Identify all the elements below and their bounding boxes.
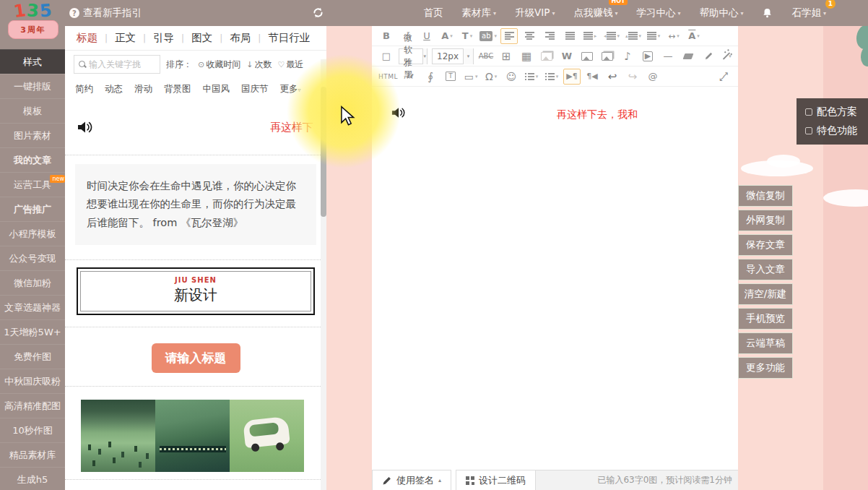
clear-new-button[interactable]: 清空/新建 xyxy=(738,283,793,305)
sidebar-item-free-design[interactable]: 免费作图 xyxy=(0,344,65,369)
tag-simple[interactable]: 简约 xyxy=(75,83,93,95)
horizontal-rule-button[interactable]: — xyxy=(659,48,677,64)
sidebar-item-premium-library[interactable]: 精品素材库 xyxy=(0,442,65,467)
text-style-button[interactable]: T▾ xyxy=(459,28,476,44)
ordered-list-button[interactable]: ▾ xyxy=(523,69,540,85)
new-document-button[interactable]: □ xyxy=(378,48,395,64)
site-logo[interactable]: 135 3周年 xyxy=(4,1,62,48)
redo-button[interactable]: ↪ xyxy=(624,69,641,85)
sidebar-item-miniprogram-template[interactable]: 小程序模板 xyxy=(0,221,65,246)
bell-icon[interactable] xyxy=(762,7,773,19)
text-direction-button[interactable]: A▾ xyxy=(685,28,703,44)
blockquote-button[interactable]: “ xyxy=(402,69,419,85)
unordered-list-button[interactable]: ▾ xyxy=(543,69,560,85)
highlight-button[interactable]: ab▾ xyxy=(479,28,498,44)
table-image-button[interactable]: ▦ xyxy=(518,48,535,64)
style-item-numbered-heading[interactable]: 1 第一标题 xyxy=(65,480,326,490)
insert-music-button[interactable]: ♪ xyxy=(619,48,636,64)
outdent-button[interactable]: ◂▾ xyxy=(602,28,620,44)
align-right-button[interactable] xyxy=(541,28,558,44)
nav-upgrade-vip[interactable]: 升级VIP▾ xyxy=(515,7,555,20)
sort-by-count[interactable]: ↓次数 xyxy=(246,59,272,71)
search-replace-button[interactable]: @ xyxy=(644,69,661,85)
refresh-icon[interactable] xyxy=(312,7,324,19)
more-features-button[interactable]: 更多功能 xyxy=(738,357,793,379)
sidebar-item-one-click-layout[interactable]: 一键排版 xyxy=(0,74,65,98)
sidebar-item-operation-tools[interactable]: 运营工具 new xyxy=(0,172,65,197)
special-char-button[interactable]: Ω▾ xyxy=(482,69,500,85)
use-signature-button[interactable]: 使用签名 ▴ xyxy=(372,470,451,490)
fullscreen-button[interactable]: ↗↙ xyxy=(715,69,732,85)
sidebar-item-10s-design[interactable]: 10秒作图 xyxy=(0,418,65,442)
sidebar-item-image-material[interactable]: 图片素材 xyxy=(0,123,65,147)
special-features-menu-item[interactable]: 特色功能 xyxy=(805,124,868,137)
save-article-button[interactable]: 保存文章 xyxy=(738,234,793,256)
sort-by-recent[interactable]: ♡最近 xyxy=(277,59,303,71)
format-brush-button[interactable] xyxy=(700,48,717,64)
sort-by-favorite-time[interactable]: ⊙收藏时间 xyxy=(198,59,240,71)
nav-earn-money[interactable]: 点我赚钱▾ HOT xyxy=(573,7,617,20)
sidebar-item-styles[interactable]: 样式 xyxy=(0,49,65,74)
wechat-copy-button[interactable]: 微信复制 xyxy=(738,185,793,207)
color-scheme-menu-item[interactable]: 配色方案 xyxy=(805,106,868,119)
import-article-button[interactable]: 导入文章 xyxy=(738,259,793,280)
design-qrcode-button[interactable]: 设计二维码 xyxy=(456,470,536,490)
panel-scrollbar-track[interactable] xyxy=(321,59,326,490)
tab-title[interactable]: 标题 xyxy=(77,31,97,45)
sidebar-item-festival-fans[interactable]: 中秋国庆吸粉 xyxy=(0,369,65,393)
mobile-preview-button[interactable]: 手机预览 xyxy=(738,308,793,330)
tag-dynamic[interactable]: 动态 xyxy=(105,83,123,95)
paragraph-forward-button[interactable]: ▶¶ xyxy=(563,69,581,85)
nav-home[interactable]: 首页 xyxy=(424,7,443,20)
sidebar-item-topic-tool[interactable]: 文章选题神器 xyxy=(0,295,65,319)
nav-material-library[interactable]: 素材库▾ xyxy=(462,7,497,20)
word-import-button[interactable]: W xyxy=(558,48,576,64)
tag-background[interactable]: 背景图 xyxy=(164,83,191,95)
insert-multi-image-button[interactable] xyxy=(599,48,616,64)
cloud-draft-button[interactable]: 云端草稿 xyxy=(738,332,793,354)
align-left-button[interactable] xyxy=(500,28,518,44)
emoji-button[interactable]: ☺ xyxy=(503,69,520,85)
nav-help-center[interactable]: 帮助中心▾ xyxy=(699,7,743,20)
vertical-space-button[interactable]: ▴▾ xyxy=(623,28,642,44)
editor-content[interactable]: 再这样下去，我和 xyxy=(372,87,738,471)
sidebar-item-templates[interactable]: 模板 xyxy=(0,98,65,123)
html-source-button[interactable]: HTML xyxy=(378,69,399,85)
media-text-button[interactable]: T xyxy=(442,69,459,85)
magic-wand-button[interactable]: ▾ xyxy=(720,48,737,64)
font-color-button[interactable]: A▾ xyxy=(438,28,456,44)
insert-video-button[interactable]: ▶ xyxy=(639,48,656,64)
user-menu[interactable]: 石学姐▾ 1 xyxy=(791,7,826,20)
style-item-quote[interactable]: 时间决定你会在生命中遇见谁，你的心决定你想要谁出现在你的生命里，而你的行为决定最… xyxy=(65,155,326,259)
eraser-button[interactable] xyxy=(680,48,697,64)
sidebar-item-grow-fans[interactable]: 1天增粉5W+ xyxy=(0,319,65,344)
sidebar-item-hd-images[interactable]: 高清精准配图 xyxy=(0,393,65,418)
bold-button[interactable]: B xyxy=(378,28,395,44)
style-item-image-group[interactable] xyxy=(65,387,326,479)
italic-button[interactable]: I xyxy=(398,28,415,44)
indent-button[interactable]: ▸ xyxy=(581,28,599,44)
tag-slide[interactable]: 滑动 xyxy=(134,83,152,95)
tag-chinese-style[interactable]: 中国风 xyxy=(203,83,230,95)
sidebar-item-generate-h5[interactable]: 生成h5 xyxy=(0,467,65,490)
underline-button[interactable]: U xyxy=(418,28,435,44)
sidebar-item-my-articles[interactable]: 我的文章 xyxy=(0,147,65,172)
style-item-audio-title[interactable]: 再这样下 xyxy=(65,100,326,155)
newbie-guide-link[interactable]: ? 查看新手指引 xyxy=(69,7,142,20)
search-input[interactable] xyxy=(89,59,154,69)
container-button[interactable]: ▭▾ xyxy=(462,69,479,85)
nav-learning-center[interactable]: 学习中心▾ xyxy=(636,7,680,20)
tag-national-day[interactable]: 国庆节 xyxy=(241,83,269,95)
justify-button[interactable] xyxy=(561,28,578,44)
sidebar-item-wechat-fans[interactable]: 微信加粉 xyxy=(0,270,65,295)
tab-festival[interactable]: 节日行业 xyxy=(268,31,310,45)
tab-image-text[interactable]: 图文 xyxy=(191,31,212,45)
font-size-select[interactable]: 12px▾ xyxy=(432,48,474,64)
align-center-button[interactable] xyxy=(521,28,538,44)
font-family-select[interactable]: 微软雅黑▾ xyxy=(399,48,428,64)
style-item-title-button[interactable]: 请输入标题 xyxy=(65,327,326,386)
tab-layout[interactable]: 布局 xyxy=(230,31,251,45)
paragraph-backward-button[interactable]: ¶◀ xyxy=(583,69,601,85)
insert-image-button[interactable] xyxy=(578,48,596,64)
tab-body[interactable]: 正文 xyxy=(115,31,136,45)
